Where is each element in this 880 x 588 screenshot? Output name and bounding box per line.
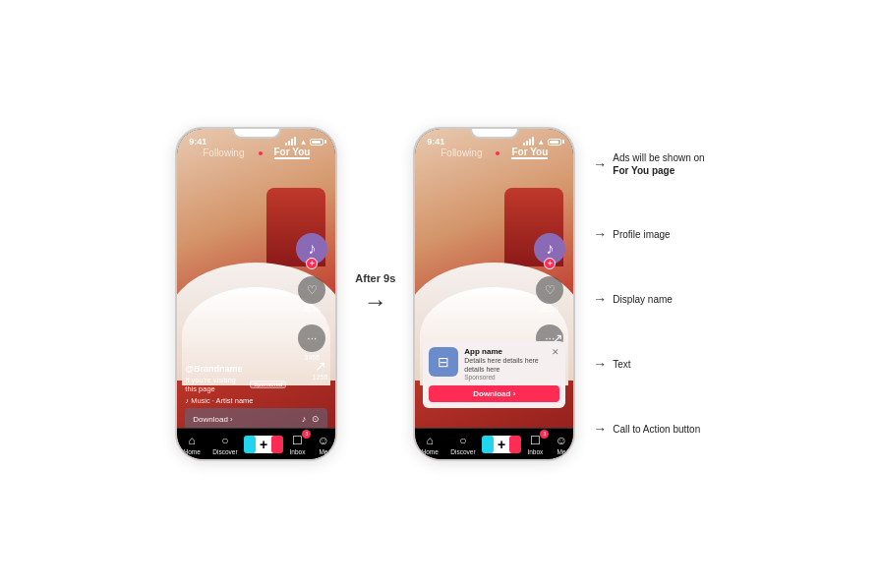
tiktok-logo-1: ♪ bbox=[308, 240, 316, 258]
discover-label-1: Discover bbox=[212, 448, 237, 455]
nav-me-2[interactable]: ☺ Me bbox=[556, 434, 567, 455]
nav-inbox-2[interactable]: ☐ Inbox 3 bbox=[527, 434, 543, 455]
phone2-screen: 9:41 ▲ Following bbox=[415, 129, 573, 459]
tab-following-2[interactable]: Following bbox=[440, 147, 482, 158]
share-icon-1: ↗ bbox=[313, 358, 328, 374]
home-icon-2: ⌂ bbox=[427, 434, 434, 447]
arrow-label: After 9s bbox=[355, 272, 395, 284]
desc-text-1: If you're visiting this page Sponsored bbox=[185, 376, 286, 393]
like-button-2[interactable]: ♡ 25.3K bbox=[536, 276, 563, 313]
arrow-container: After 9s → bbox=[355, 272, 395, 316]
ad-cta-text: Download › bbox=[473, 389, 515, 398]
tab-foryou-2[interactable]: For You bbox=[511, 147, 548, 159]
annotations-container: → Ads will be shown on For You page → Pr… bbox=[593, 127, 704, 461]
download-bar-1[interactable]: Download › ♪ ⊙ bbox=[185, 408, 327, 430]
nav-add-2[interactable]: + bbox=[488, 436, 515, 453]
inbox-icon-1: ☐ bbox=[292, 434, 303, 447]
add-button-2[interactable]: + bbox=[488, 436, 515, 453]
me-label-1: Me bbox=[319, 448, 327, 455]
ad-overlay: ⊟ App name Details here details here det… bbox=[423, 341, 565, 408]
home-icon-1: ⌂ bbox=[189, 434, 196, 447]
annotation-text-display: Display name bbox=[613, 293, 673, 306]
me-icon-2: ☺ bbox=[556, 434, 567, 447]
wifi-icon: ▲ bbox=[299, 138, 307, 147]
inbox-icon-2: ☐ bbox=[530, 434, 541, 447]
annotation-arrow-text: → bbox=[593, 356, 607, 372]
annotation-arrow-cta: → bbox=[593, 421, 607, 437]
tab-following-1[interactable]: Following bbox=[203, 147, 244, 158]
ad-top-row: ⊟ App name Details here details here det… bbox=[429, 347, 559, 381]
profile-button-1[interactable]: ♪ + bbox=[296, 233, 327, 265]
annotation-text-text: Text bbox=[613, 358, 630, 371]
music-text-1: ♪ Music · Artist name bbox=[185, 396, 286, 405]
discover-icon-2: ○ bbox=[459, 434, 466, 447]
home-label-1: Home bbox=[184, 448, 201, 455]
annotation-arrow-top: → bbox=[593, 156, 607, 172]
annotation-text-profile: Profile image bbox=[613, 228, 670, 241]
nav-home-2[interactable]: ⌂ Home bbox=[422, 434, 439, 455]
battery-icon-2 bbox=[548, 139, 561, 146]
annotation-display: → Display name bbox=[593, 291, 704, 307]
music-icon-1: ♪ bbox=[302, 414, 307, 424]
ad-app-name: App name bbox=[464, 347, 546, 356]
like-count-2: 25.3K bbox=[541, 306, 558, 313]
nav-discover-2[interactable]: ○ Discover bbox=[450, 434, 475, 455]
download-icons-1: ♪ ⊙ bbox=[302, 414, 321, 424]
nav-inbox-1[interactable]: ☐ Inbox 3 bbox=[289, 434, 305, 455]
annotation-arrow-display: → bbox=[593, 291, 607, 307]
phone1-wrapper: 9:41 ▲ Following bbox=[175, 127, 337, 461]
arrow-right-icon: → bbox=[364, 288, 387, 316]
wifi-icon-2: ▲ bbox=[537, 138, 545, 147]
bottom-nav-1: ⌂ Home ○ Discover + ☐ Inbox 3 bbox=[177, 428, 335, 459]
ad-details: Details here details here details here bbox=[464, 356, 546, 374]
ad-content: App name Details here details here detai… bbox=[464, 347, 546, 381]
status-time-1: 9:41 bbox=[189, 137, 206, 147]
annotation-text-top: Ads will be shown on For You page bbox=[613, 151, 704, 177]
status-time-2: 9:41 bbox=[427, 137, 444, 147]
add-button-1[interactable]: + bbox=[250, 436, 277, 453]
nav-tabs-1: Following For You bbox=[177, 147, 335, 159]
me-icon-1: ☺ bbox=[318, 434, 329, 447]
like-button-1[interactable]: ♡ 25.3K bbox=[298, 276, 325, 313]
me-label-2: Me bbox=[557, 448, 565, 455]
heart-icon-1: ♡ bbox=[298, 276, 325, 304]
phone2-wrapper: 9:41 ▲ Following bbox=[413, 127, 575, 461]
nav-discover-1[interactable]: ○ Discover bbox=[212, 434, 237, 455]
ad-app-icon: ⊟ bbox=[429, 347, 458, 377]
nav-me-1[interactable]: ☺ Me bbox=[318, 434, 329, 455]
inbox-badge-2: 3 bbox=[540, 430, 549, 439]
annotation-profile: → Profile image bbox=[593, 226, 704, 242]
brand-name-1: @Brandname bbox=[185, 364, 286, 374]
ad-cta-button[interactable]: Download › bbox=[429, 385, 559, 402]
action-buttons-1: ♪ + ♡ 25.3K ··· 3456 bbox=[296, 233, 327, 361]
main-container: 9:41 ▲ Following bbox=[0, 0, 880, 588]
bottom-nav-2: ⌂ Home ○ Discover + ☐ Inbox 3 bbox=[415, 428, 573, 459]
comment-icon-1: ··· bbox=[298, 324, 325, 352]
nav-tabs-2: Following For You bbox=[415, 147, 573, 159]
tab-foryou-1[interactable]: For You bbox=[274, 147, 311, 159]
inbox-label-1: Inbox bbox=[289, 448, 305, 455]
nav-home-1[interactable]: ⌂ Home bbox=[184, 434, 201, 455]
annotation-cta: → Call to Action button bbox=[593, 421, 704, 437]
ad-sponsored: Sponsored bbox=[464, 374, 546, 381]
sponsored-badge-1: Sponsored bbox=[250, 381, 286, 388]
battery-icon bbox=[310, 139, 323, 146]
annotation-text-cta: Call to Action button bbox=[613, 423, 700, 436]
signal-icon-2 bbox=[523, 138, 534, 146]
discover-label-2: Discover bbox=[450, 448, 475, 455]
profile-plus-1: + bbox=[306, 258, 318, 269]
profile-button-2[interactable]: ♪ + bbox=[534, 233, 565, 265]
ad-close-button[interactable]: ✕ bbox=[552, 347, 559, 357]
tiktok-logo-2: ♪ bbox=[546, 240, 554, 258]
phone1: 9:41 ▲ Following bbox=[175, 127, 337, 461]
comment-button-1[interactable]: ··· 3456 bbox=[298, 324, 325, 361]
download-text-1: Download › bbox=[193, 415, 232, 424]
phone2: 9:41 ▲ Following bbox=[413, 127, 575, 461]
status-icons-2: ▲ bbox=[523, 138, 561, 147]
share-button-1[interactable]: ↗ 1256 bbox=[313, 358, 328, 381]
inbox-badge-1: 3 bbox=[302, 430, 311, 439]
home-label-2: Home bbox=[422, 448, 439, 455]
nav-add-1[interactable]: + bbox=[250, 436, 277, 453]
nav-dot-1 bbox=[259, 151, 263, 155]
status-icons-1: ▲ bbox=[285, 138, 323, 147]
